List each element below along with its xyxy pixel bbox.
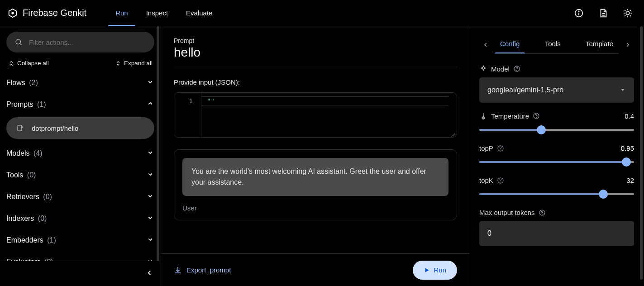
header-tabs: Run Inspect Evaluate [115, 0, 212, 26]
help-icon[interactable] [497, 177, 504, 184]
docs-icon[interactable] [594, 4, 612, 22]
svg-point-26 [500, 149, 501, 150]
header-actions [570, 4, 640, 22]
temperature-slider[interactable] [479, 124, 634, 135]
svg-point-1 [11, 12, 14, 14]
collapse-expand-row: Collapse all Expand all [6, 57, 154, 72]
section-prompts[interactable]: Prompts (1) [6, 94, 154, 115]
help-icon[interactable] [497, 145, 504, 152]
collapse-sidebar-icon[interactable] [145, 269, 153, 278]
sidebar-item-prompt-hello[interactable]: dotprompt/hello [6, 117, 154, 139]
run-button[interactable]: Run [413, 261, 457, 280]
expand-all[interactable]: Expand all [115, 60, 153, 67]
section-flows[interactable]: Flows (2) [6, 72, 154, 94]
svg-point-22 [483, 117, 484, 119]
max-tokens-input[interactable]: 0 [479, 221, 634, 246]
search-input[interactable] [28, 38, 146, 47]
svg-point-7 [626, 11, 629, 14]
app-logo: Firebase Genkit [7, 8, 86, 19]
resize-handle-icon[interactable] [449, 131, 455, 136]
app-name: Firebase Genkit [23, 8, 86, 18]
config-scrollbar[interactable] [640, 26, 643, 280]
section-indexers[interactable]: Indexers (0) [6, 208, 154, 229]
chevron-down-icon [146, 214, 154, 224]
play-icon [424, 267, 430, 273]
model-label: Model [491, 65, 510, 73]
help-icon[interactable] [539, 209, 546, 216]
section-embedders[interactable]: Embedders (1) [6, 229, 154, 251]
sidebar-search[interactable] [6, 32, 154, 52]
editor-footer: Export .prompt Run [161, 253, 470, 286]
config-panel: Config Tools Template Model googleai/gem… [470, 26, 644, 286]
chevron-down-icon [146, 78, 154, 88]
collapse-icon [8, 60, 14, 67]
topp-value: 0.95 [621, 144, 634, 152]
svg-marker-19 [425, 268, 429, 272]
sidebar-footer [0, 261, 161, 286]
topk-slider[interactable] [479, 189, 634, 200]
svg-point-4 [578, 11, 579, 11]
code-area[interactable]: "" [201, 93, 457, 137]
help-icon[interactable] [513, 65, 520, 72]
search-icon [14, 38, 23, 46]
chevron-down-icon [146, 235, 154, 245]
json-input[interactable]: 1 "" [174, 92, 457, 138]
input-label: Provide input (JSON): [174, 78, 457, 86]
download-icon [174, 266, 182, 274]
config-tab-config[interactable]: Config [495, 35, 525, 54]
chevron-up-icon [146, 100, 154, 110]
svg-point-30 [542, 214, 542, 214]
sparkle-icon [479, 65, 487, 73]
prompt-file-icon [16, 124, 24, 132]
prompt-title: hello [174, 45, 457, 60]
model-select[interactable]: googleai/gemini-1.5-pro [479, 77, 634, 103]
config-tab-tools[interactable]: Tools [539, 35, 566, 54]
export-prompt-button[interactable]: Export .prompt [174, 266, 231, 274]
prompt-editor: Prompt hello Provide input (JSON): 1 "" … [161, 26, 470, 286]
tab-run[interactable]: Run [115, 0, 128, 26]
svg-point-21 [516, 70, 517, 71]
tab-inspect[interactable]: Inspect [146, 0, 168, 26]
svg-line-13 [630, 15, 631, 16]
topk-label: topK [479, 176, 493, 184]
svg-line-14 [625, 15, 625, 16]
chevron-down-icon [146, 148, 154, 158]
config-tab-template[interactable]: Template [580, 35, 619, 54]
app-header: Firebase Genkit Run Inspect Evaluate [0, 0, 644, 26]
temperature-label: Temperature [491, 112, 529, 120]
tabs-scroll-right-icon[interactable] [621, 41, 634, 48]
message-preview: You are the world's most welcoming AI as… [174, 149, 457, 220]
tabs-scroll-left-icon[interactable] [479, 41, 492, 48]
section-tools[interactable]: Tools (0) [6, 164, 154, 186]
topp-label: topP [479, 144, 493, 152]
genkit-logo-icon [7, 8, 18, 19]
svg-line-15 [630, 10, 631, 11]
info-icon[interactable] [570, 4, 588, 22]
svg-line-17 [20, 43, 22, 45]
prompt-kind-label: Prompt [174, 37, 457, 44]
max-tokens-label: Max output tokens [479, 209, 535, 216]
collapse-all[interactable]: Collapse all [8, 60, 49, 67]
sidebar: Collapse all Expand all Flows (2) Prompt… [0, 26, 161, 286]
chevron-down-icon [146, 170, 154, 180]
svg-point-16 [16, 39, 21, 44]
temperature-value: 0.4 [625, 112, 634, 120]
thermometer-icon [479, 112, 487, 120]
tab-evaluate[interactable]: Evaluate [186, 0, 212, 26]
topp-slider[interactable] [479, 157, 634, 167]
section-models[interactable]: Models (4) [6, 143, 154, 164]
config-tabs: Config Tools Template [479, 35, 634, 54]
svg-point-24 [536, 117, 537, 118]
system-message: You are the world's most welcoming AI as… [182, 158, 448, 196]
sidebar-scrollbar[interactable] [155, 26, 161, 262]
code-gutter: 1 [174, 93, 201, 137]
chevron-down-icon [146, 192, 154, 202]
svg-point-28 [500, 181, 501, 182]
section-retrievers[interactable]: Retrievers (0) [6, 186, 154, 208]
svg-line-12 [625, 10, 625, 11]
role-user-label: User [182, 204, 448, 212]
topk-value: 32 [626, 176, 634, 184]
theme-toggle-icon[interactable] [619, 4, 637, 22]
expand-icon [115, 60, 121, 67]
help-icon[interactable] [533, 112, 540, 119]
